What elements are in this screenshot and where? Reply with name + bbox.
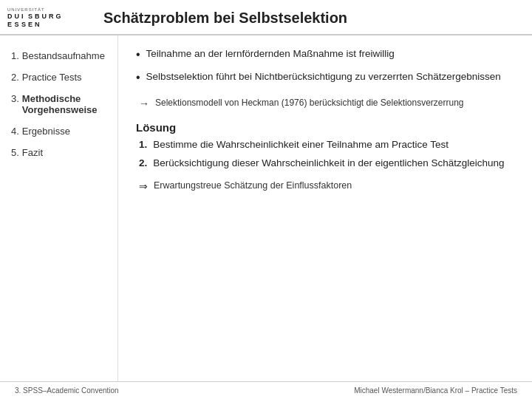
numbered-text-2: Berücksichtigung dieser Wahrscheinlichke… [153, 157, 504, 171]
logo-letter-s1: S [15, 21, 21, 28]
logo-col-left: D E [7, 13, 13, 28]
numbered-num-1: 1. [139, 138, 147, 152]
bullet-list: • Teilnahme an der lernfördernden Maßnah… [136, 47, 514, 86]
numbered-list: 1. Bestimme die Wahrscheinlichkeit einer… [136, 138, 514, 171]
double-arrow-symbol: ⇒ [139, 180, 148, 194]
logo-letter-u2: U [42, 13, 48, 20]
logo-letter-s3: S [28, 13, 33, 20]
bullet-text-2: Selbstselektion führt bei Nichtberücksic… [146, 70, 501, 86]
logo-uni: UNIVERSITÄT [7, 7, 89, 12]
logo-letter-r: R [49, 13, 55, 20]
bullet-item-2: • Selbstselektion führt bei Nichtberücks… [136, 70, 514, 86]
logo-letter-n: N [35, 21, 41, 28]
double-arrow-item: ⇒ Erwartungstreue Schätzung der Einfluss… [136, 180, 514, 194]
header: UNIVERSITÄT D E U S I S S E [0, 0, 532, 35]
loesung-title: Lösung [136, 121, 514, 134]
logo-letter-s2: S [21, 21, 27, 28]
page: UNIVERSITÄT D E U S I S S E [0, 0, 532, 399]
logo-letter-e: E [7, 21, 13, 28]
sidebar-item-number-2: 2. [11, 72, 19, 83]
footer: 3. SPSS–Academic Convention Michael West… [0, 381, 532, 399]
loesung-section: Lösung 1. Bestimme die Wahrscheinlichkei… [136, 121, 514, 194]
content-area: • Teilnahme an der lernfördernden Maßnah… [118, 35, 532, 381]
bullet-dot-1: • [136, 47, 140, 63]
sidebar: 1. Bestandsaufnahme 2. Practice Tests 3.… [0, 35, 118, 381]
sidebar-item-label-2: Practice Tests [22, 72, 82, 83]
bullet-text-1: Teilnahme an der lernfördernden Maßnahme… [146, 47, 395, 63]
sidebar-item-methodische: 3. Methodische Vorgehensweise [11, 93, 110, 115]
sidebar-item-label-3: Methodische Vorgehensweise [22, 93, 110, 115]
logo-area: UNIVERSITÄT D E U S I S S E [7, 7, 89, 28]
sidebar-item-number-3: 3. [11, 93, 19, 115]
logo-col-mid1: U S [15, 13, 21, 28]
sidebar-item-label-5: Fazit [22, 147, 43, 158]
logo-col-mid5: U [42, 13, 48, 28]
sidebar-item-fazit: 5. Fazit [11, 147, 110, 158]
sidebar-item-bestandsaufnahme: 1. Bestandsaufnahme [11, 50, 110, 61]
logo-col-mid6: R [49, 13, 55, 28]
numbered-num-2: 2. [139, 157, 147, 171]
logo-letter-e1: E [28, 21, 33, 28]
bullet-dot-2: • [136, 69, 140, 86]
logo-letter-i: I [21, 13, 27, 20]
footer-right: Michael Westermann/Bianca Krol – Practic… [354, 386, 517, 395]
sidebar-item-label-4: Ergebnisse [22, 126, 70, 137]
logo-col-right: G [56, 13, 62, 28]
numbered-item-1: 1. Bestimme die Wahrscheinlichkeit einer… [139, 138, 514, 152]
sidebar-item-number-1: 1. [11, 50, 19, 61]
numbered-text-1: Bestimme die Wahrscheinlichkeit einer Te… [153, 138, 449, 152]
numbered-item-2: 2. Berücksichtigung dieser Wahrscheinlic… [139, 157, 514, 171]
logo-letter-b: B [35, 13, 41, 20]
logo-letter-d: D [7, 13, 13, 20]
header-title: Schätzproblem bei Selbstselektion [89, 10, 517, 27]
logo-main: D E U S I S S E B N [7, 13, 89, 28]
logo-col-mid3: S E [28, 13, 33, 28]
sidebar-item-number-4: 4. [11, 126, 19, 137]
bullet-item-1: • Teilnahme an der lernfördernden Maßnah… [136, 47, 514, 63]
main-area: 1. Bestandsaufnahme 2. Practice Tests 3.… [0, 35, 532, 381]
logo-col-mid2: I S [21, 13, 27, 28]
logo-col-mid4: B N [35, 13, 41, 28]
arrow-text: Selektionsmodell von Heckman (1976) berü… [155, 97, 464, 112]
sidebar-item-practice-tests: 2. Practice Tests [11, 72, 110, 83]
sidebar-item-number-5: 5. [11, 147, 19, 158]
logo-letter-u1: U [15, 13, 21, 20]
arrow-item: → Selektionsmodell von Heckman (1976) be… [136, 97, 514, 112]
sidebar-item-label-1: Bestandsaufnahme [22, 50, 105, 61]
logo-letter-g: G [56, 13, 62, 20]
double-arrow-text: Erwartungstreue Schätzung der Einflussfa… [154, 180, 352, 194]
arrow-symbol: → [139, 97, 149, 112]
sidebar-item-ergebnisse: 4. Ergebnisse [11, 126, 110, 137]
footer-left: 3. SPSS–Academic Convention [15, 386, 119, 395]
